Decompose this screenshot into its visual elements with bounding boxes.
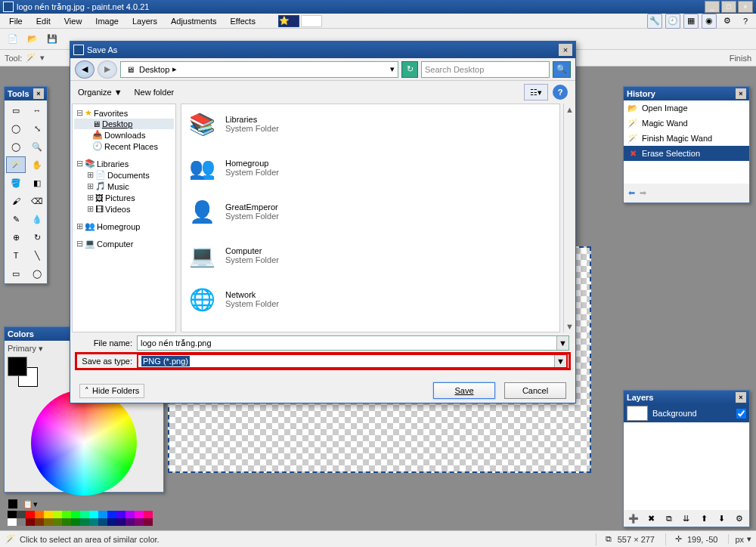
view-mode-button[interactable]: ☷▾: [524, 84, 548, 100]
layer-up[interactable]: ⬆: [697, 511, 711, 525]
tool-fill[interactable]: 🪣: [6, 175, 26, 191]
layer-add[interactable]: ➕: [627, 511, 640, 525]
filename-label: File name:: [76, 338, 132, 348]
hide-folders-button[interactable]: ˄Hide Folders: [79, 384, 144, 398]
tool-ellipse-select[interactable]: ◯: [6, 138, 26, 155]
tool-move[interactable]: ↔: [27, 102, 47, 119]
dialog-title: Save As: [87, 45, 117, 54]
status-hint: Click to select an area of similar color…: [20, 535, 160, 544]
new-button[interactable]: 📄: [5, 31, 21, 48]
layer-visible-checkbox[interactable]: [736, 409, 746, 419]
search-input[interactable]: Search Desktop: [421, 61, 550, 78]
tool-lasso[interactable]: ◯: [6, 120, 26, 137]
history-item[interactable]: ✖Erase Selection: [624, 146, 749, 161]
dialog-close[interactable]: ×: [559, 44, 572, 56]
nav-forward: ▶: [98, 60, 117, 79]
dialog-help[interactable]: ?: [553, 85, 568, 100]
maximize-button[interactable]: □: [721, 1, 736, 13]
status-unit: px: [735, 535, 744, 544]
statusbar: 🪄Click to select an area of similar colo…: [0, 530, 756, 547]
nav-back[interactable]: ◀: [75, 60, 94, 79]
refresh-button[interactable]: ↻: [401, 61, 418, 78]
menu-adjustments[interactable]: Adjustments: [165, 15, 223, 27]
list-item[interactable]: 👥HomegroupSystem Folder: [186, 153, 555, 183]
chevron-up-icon: ˄: [85, 386, 89, 396]
tool-move-selection[interactable]: ⤡: [27, 120, 47, 137]
address-bar[interactable]: 🖥 Desktop▸ ▾: [120, 61, 398, 78]
layer-props[interactable]: ⚙: [733, 511, 746, 525]
menu-view[interactable]: View: [58, 15, 88, 27]
list-item[interactable]: 👤GreatEmperorSystem Folder: [186, 196, 555, 227]
file-list[interactable]: 📚LibrariesSystem Folder 👥HomegroupSystem…: [181, 104, 560, 332]
color-palette[interactable]: [8, 511, 159, 526]
history-item[interactable]: 🪄Magic Wand: [624, 116, 749, 131]
palette-menu-icon[interactable]: 📋▾: [23, 499, 38, 509]
menu-image[interactable]: Image: [89, 15, 125, 27]
tools-window-toggle[interactable]: 🔧: [647, 14, 662, 29]
search-button[interactable]: 🔍: [553, 61, 571, 78]
save-button[interactable]: Save: [433, 382, 495, 399]
tool-picker[interactable]: 💧: [27, 211, 47, 227]
wand-icon: 🪄: [627, 132, 639, 144]
primary-color-swatch[interactable]: [8, 357, 27, 376]
open-button[interactable]: 📂: [24, 31, 41, 48]
organize-menu[interactable]: Organize ▼: [78, 88, 122, 97]
tool-label: Tool:: [5, 54, 22, 63]
tool-pencil[interactable]: ✎: [6, 211, 26, 227]
list-item[interactable]: 📚LibrariesSystem Folder: [186, 109, 555, 139]
tools-close[interactable]: ×: [33, 88, 44, 99]
wand-icon[interactable]: 🪄: [25, 52, 37, 64]
help-icon[interactable]: ?: [738, 14, 753, 29]
list-item[interactable]: 💻ComputerSystem Folder: [186, 240, 555, 270]
save-as-dialog: Save As × ◀ ▶ 🖥 Desktop▸ ▾ ↻ Search Desk…: [70, 41, 576, 403]
tool-gradient[interactable]: ◧: [27, 175, 47, 191]
layer-merge[interactable]: ⇊: [680, 511, 693, 525]
new-folder-button[interactable]: New folder: [135, 88, 175, 97]
tool-line[interactable]: ╲: [27, 247, 47, 264]
save-button[interactable]: 💾: [44, 31, 60, 48]
history-window-toggle[interactable]: 🕘: [665, 14, 680, 29]
folder-tree[interactable]: ⊟★Favorites 🖥Desktop 📥Downloads 🕘Recent …: [72, 104, 176, 332]
layer-duplicate[interactable]: ⧉: [662, 511, 676, 525]
minimize-button[interactable]: _: [705, 1, 720, 13]
layers-close[interactable]: ×: [736, 392, 746, 403]
tool-magic-wand[interactable]: 🪄: [6, 156, 26, 173]
status-cursor: 199, -50: [687, 535, 717, 544]
image-thumb-blank[interactable]: [301, 15, 322, 27]
layer-down[interactable]: ⬇: [715, 511, 729, 525]
list-item[interactable]: 🌐NetworkSystem Folder: [186, 284, 555, 314]
history-close[interactable]: ×: [736, 88, 746, 99]
undo-icon[interactable]: ⬅: [628, 188, 635, 198]
tool-shapes[interactable]: ◯: [27, 265, 47, 282]
layer-delete[interactable]: ✖: [644, 511, 658, 525]
tool-clone[interactable]: ⊕: [6, 229, 26, 246]
tool-text[interactable]: T: [6, 247, 26, 264]
tool-rect[interactable]: ▭: [6, 265, 26, 282]
menu-edit[interactable]: Edit: [30, 15, 57, 27]
tool-zoom[interactable]: 🔍: [27, 138, 47, 155]
tool-brush[interactable]: 🖌: [6, 193, 26, 209]
close-button[interactable]: ×: [738, 1, 753, 13]
tool-recolor[interactable]: ↻: [27, 229, 47, 246]
cancel-button[interactable]: Cancel: [504, 382, 566, 399]
menu-effects[interactable]: Effects: [225, 15, 262, 27]
history-item[interactable]: 🪄Finish Magic Wand: [624, 131, 749, 146]
file-scrollbar[interactable]: ▲▼: [563, 104, 575, 332]
filename-input[interactable]: logo nền trắng.png▼: [137, 335, 569, 351]
tool-pan[interactable]: ✋: [27, 156, 47, 173]
tools-title: Tools: [8, 89, 29, 98]
tool-rect-select[interactable]: ▭: [6, 102, 26, 119]
layers-panel: Layers× Background ➕ ✖ ⧉ ⇊ ⬆ ⬇ ⚙: [623, 390, 750, 527]
tool-eraser[interactable]: ⌫: [27, 193, 47, 209]
settings-icon[interactable]: ⚙: [720, 14, 735, 29]
desktop-icon: 🖥: [124, 63, 136, 76]
layers-window-toggle[interactable]: ▦: [683, 14, 699, 29]
colors-window-toggle[interactable]: ◉: [702, 14, 717, 29]
finish-label[interactable]: Finish: [730, 54, 751, 63]
savetype-select[interactable]: PNG (*.png)▼: [137, 354, 568, 369]
history-item[interactable]: 📂Open Image: [624, 100, 749, 116]
menu-file[interactable]: File: [3, 15, 29, 27]
image-thumb[interactable]: ⭐: [278, 15, 299, 27]
layer-item[interactable]: Background: [624, 404, 749, 422]
menu-layers[interactable]: Layers: [126, 15, 163, 27]
